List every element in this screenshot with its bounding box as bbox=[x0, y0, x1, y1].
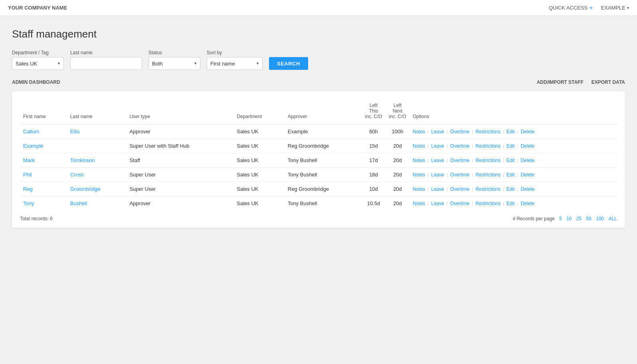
lastname-link[interactable]: Groombridge bbox=[70, 186, 101, 192]
table-row: Tony Bushell Approver Sales UK Tony Bush… bbox=[20, 196, 617, 211]
sortby-select[interactable]: First name Last name Department bbox=[207, 57, 263, 70]
sortby-label: Sort by bbox=[207, 50, 263, 55]
quick-access-menu[interactable]: QUICK ACCESS + bbox=[549, 4, 593, 12]
lastname-link[interactable]: Tomkinson bbox=[70, 157, 95, 163]
table-row: Mark Tomkinson Staff Sales UK Tony Bushe… bbox=[20, 153, 617, 168]
department-label: Department / Tag bbox=[12, 50, 64, 55]
status-select[interactable]: Both Active Inactive bbox=[148, 57, 200, 70]
leave-link[interactable]: Leave bbox=[431, 201, 444, 206]
notes-link[interactable]: Notes bbox=[413, 158, 425, 163]
lastname-label: Last name bbox=[70, 50, 142, 55]
cell-department: Sales UK bbox=[233, 153, 284, 168]
overtime-link[interactable]: Overtime bbox=[450, 158, 470, 163]
table-row: Reg Groombridge Super User Sales UK Reg … bbox=[20, 182, 617, 196]
restrictions-link[interactable]: Restrictions bbox=[475, 158, 500, 163]
firstname-link[interactable]: Phil bbox=[23, 172, 32, 178]
lastname-link[interactable]: Ellis bbox=[70, 129, 80, 135]
edit-link[interactable]: Edit bbox=[506, 129, 515, 135]
col-left-this: LeftThisinc. C/O bbox=[362, 99, 386, 125]
leave-link[interactable]: Leave bbox=[431, 172, 444, 178]
records-25[interactable]: 25 bbox=[576, 216, 582, 222]
search-button[interactable]: SEARCH bbox=[269, 57, 308, 70]
restrictions-link[interactable]: Restrictions bbox=[475, 201, 500, 206]
overtime-link[interactable]: Overtime bbox=[450, 186, 470, 192]
edit-link[interactable]: Edit bbox=[506, 186, 515, 192]
firstname-link[interactable]: Reg bbox=[23, 186, 33, 192]
records-10[interactable]: 10 bbox=[566, 216, 572, 222]
sortby-select-wrapper: First name Last name Department bbox=[207, 57, 263, 70]
cell-lastname: Ellis bbox=[67, 125, 127, 139]
notes-link[interactable]: Notes bbox=[413, 201, 425, 206]
leave-link[interactable]: Leave bbox=[431, 143, 444, 149]
example-dropdown[interactable]: EXAMPLE ▾ bbox=[601, 5, 629, 11]
notes-link[interactable]: Notes bbox=[413, 186, 425, 192]
cell-lastname: Bushell bbox=[67, 196, 127, 211]
cell-approver: Reg Groombridge bbox=[285, 139, 362, 153]
cell-usertype: Super User bbox=[126, 168, 233, 182]
delete-link[interactable]: Delete bbox=[520, 172, 534, 178]
notes-link[interactable]: Notes bbox=[413, 143, 425, 149]
cell-options: Notes | Leave | Overtime | Restrictions … bbox=[410, 168, 617, 182]
leave-link[interactable]: Leave bbox=[431, 129, 444, 135]
cell-department: Sales UK bbox=[233, 196, 284, 211]
records-50[interactable]: 50 bbox=[586, 216, 592, 222]
status-label: Status bbox=[148, 50, 200, 55]
edit-link[interactable]: Edit bbox=[506, 158, 515, 163]
restrictions-link[interactable]: Restrictions bbox=[475, 172, 500, 178]
cell-left-this: 17d bbox=[362, 153, 386, 168]
lastname-link[interactable]: Bushell bbox=[70, 200, 87, 206]
overtime-link[interactable]: Overtime bbox=[450, 172, 470, 178]
delete-link[interactable]: Delete bbox=[520, 129, 534, 135]
delete-link[interactable]: Delete bbox=[520, 186, 534, 192]
admin-dashboard-link[interactable]: ADMIN DASHBOARD bbox=[12, 79, 60, 85]
cell-left-this: 18d bbox=[362, 168, 386, 182]
notes-link[interactable]: Notes bbox=[413, 129, 425, 135]
cell-left-next: 20d bbox=[386, 153, 410, 168]
add-import-staff-link[interactable]: ADD/IMPORT STAFF bbox=[537, 79, 584, 85]
total-records: Total records: 6 bbox=[20, 216, 53, 222]
firstname-link[interactable]: Example bbox=[23, 143, 44, 149]
leave-link[interactable]: Leave bbox=[431, 186, 444, 192]
notes-link[interactable]: Notes bbox=[413, 172, 425, 178]
lastname-link[interactable]: Cross bbox=[70, 172, 84, 178]
cell-options: Notes | Leave | Overtime | Restrictions … bbox=[410, 182, 617, 196]
example-label: EXAMPLE bbox=[601, 5, 625, 11]
edit-link[interactable]: Edit bbox=[506, 201, 515, 206]
cell-department: Sales UK bbox=[233, 168, 284, 182]
export-data-link[interactable]: EXPORT DATA bbox=[592, 79, 625, 85]
restrictions-link[interactable]: Restrictions bbox=[475, 143, 500, 149]
firstname-link[interactable]: Tony bbox=[23, 200, 34, 206]
firstname-link[interactable]: Mark bbox=[23, 157, 35, 163]
chevron-down-icon: ▾ bbox=[627, 6, 629, 10]
department-select-wrapper: Sales UK All Departments bbox=[12, 57, 64, 70]
overtime-link[interactable]: Overtime bbox=[450, 129, 470, 135]
cell-options: Notes | Leave | Overtime | Restrictions … bbox=[410, 153, 617, 168]
department-select[interactable]: Sales UK All Departments bbox=[12, 57, 64, 70]
cell-left-this: 60h bbox=[362, 125, 386, 139]
firstname-link[interactable]: Callum bbox=[23, 129, 39, 135]
cell-approver: Tony Bushell bbox=[285, 153, 362, 168]
top-nav: YOUR COMPANY NAME QUICK ACCESS + EXAMPLE… bbox=[0, 0, 637, 16]
delete-link[interactable]: Delete bbox=[520, 201, 534, 206]
table-row: Example Super User with Staff Hub Sales … bbox=[20, 139, 617, 153]
delete-link[interactable]: Delete bbox=[520, 158, 534, 163]
records-100[interactable]: 100 bbox=[596, 216, 604, 222]
restrictions-link[interactable]: Restrictions bbox=[475, 129, 500, 135]
overtime-link[interactable]: Overtime bbox=[450, 143, 470, 149]
status-filter-group: Status Both Active Inactive bbox=[148, 50, 200, 70]
edit-link[interactable]: Edit bbox=[506, 143, 515, 149]
col-lastname: Last name bbox=[67, 99, 127, 125]
cell-usertype: Approver bbox=[126, 125, 233, 139]
restrictions-link[interactable]: Restrictions bbox=[475, 186, 500, 192]
records-5[interactable]: 5 bbox=[559, 216, 562, 222]
records-all[interactable]: ALL bbox=[609, 216, 617, 222]
cell-firstname: Example bbox=[20, 139, 67, 153]
overtime-link[interactable]: Overtime bbox=[450, 201, 470, 206]
table-row: Callum Ellis Approver Sales UK Example 6… bbox=[20, 125, 617, 139]
edit-link[interactable]: Edit bbox=[506, 172, 515, 178]
lastname-input[interactable] bbox=[70, 57, 142, 70]
delete-link[interactable]: Delete bbox=[520, 143, 534, 149]
cell-firstname: Mark bbox=[20, 153, 67, 168]
table-header-row: First name Last name User type Departmen… bbox=[20, 99, 617, 125]
leave-link[interactable]: Leave bbox=[431, 158, 444, 163]
